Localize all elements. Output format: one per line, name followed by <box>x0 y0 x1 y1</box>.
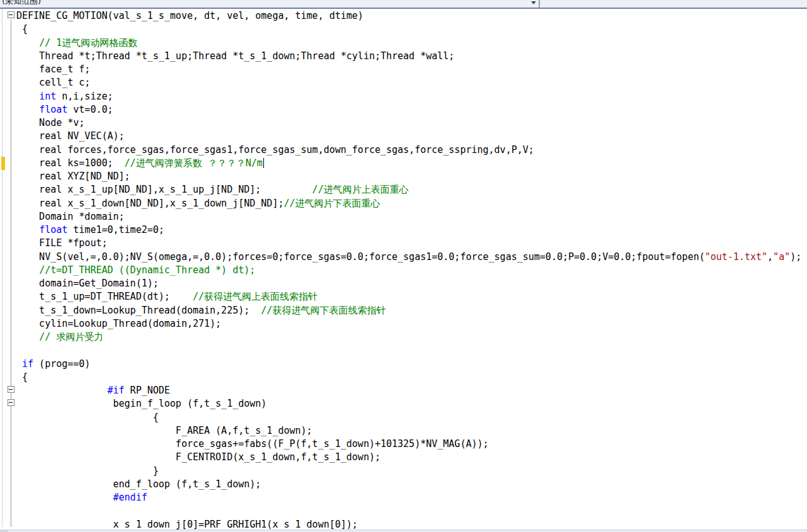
code-line[interactable]: begin_f_loop (f,t_s_1_down) <box>16 397 801 410</box>
code-text: x_s_1_down_j[0]=PRF_GRHIGH1(x_s_1_down[0… <box>16 519 358 530</box>
code-line[interactable]: FILE *fpout; <box>16 237 801 250</box>
code-line[interactable]: { <box>16 23 801 36</box>
code-comment: //进气阀片上表面重心 <box>312 184 409 195</box>
code-keyword: float <box>39 104 67 115</box>
code-line[interactable]: face_t f; <box>16 63 801 76</box>
code-text: real forces,force_sgas,force_sgas1,force… <box>16 144 534 156</box>
code-line[interactable] <box>16 504 801 518</box>
code-line[interactable]: Node *v; <box>16 116 801 130</box>
code-text: t_s_1_down=Lookup_Thread(domain,225); <box>16 305 261 316</box>
code-text <box>16 331 39 342</box>
change-tracking-bar <box>1 157 5 170</box>
code-text: real XYZ[ND_ND]; <box>16 171 130 182</box>
code-text <box>16 385 108 396</box>
code-text: time1=0,time2=0; <box>67 224 164 235</box>
code-text: F_CENTROID(x_s_1_down,f,t_s_1_down); <box>16 451 381 463</box>
indicator-margin-line <box>2 9 3 527</box>
code-line[interactable]: // 求阀片受力 <box>16 331 801 344</box>
code-text: DEFINE_CG_MOTION(val_s_1_s_move, dt, vel… <box>16 10 363 21</box>
code-text: vt=0.0; <box>67 104 113 115</box>
code-keyword: float <box>39 224 67 235</box>
fold-collapse-box[interactable] <box>8 386 14 393</box>
code-comment: // 1进气阀动网格函数 <box>39 37 137 48</box>
code-line[interactable]: cell_t c; <box>16 76 801 89</box>
code-text: , <box>767 251 773 263</box>
code-line[interactable]: F_AREA (A,f,t_s_1_down); <box>16 424 801 438</box>
code-line[interactable]: real XYZ[ND_ND]; <box>16 170 801 183</box>
code-text: face_t f; <box>16 64 90 75</box>
fold-outline-line <box>11 20 11 527</box>
code-line[interactable]: real NV_VEC(A); <box>16 130 801 143</box>
code-comment: //t=DT_THREAD ((Dynamic_Thread *) dt); <box>39 264 255 276</box>
code-keyword: if <box>22 358 33 370</box>
code-line[interactable]: Domain *domain; <box>16 210 801 224</box>
code-text <box>16 104 39 115</box>
code-line[interactable] <box>16 344 801 357</box>
code-line[interactable]: domain=Get_Domain(1); <box>16 277 801 290</box>
code-line[interactable]: real x_s_1_up[ND_ND],x_s_1_up_j[ND_ND]; … <box>16 183 801 196</box>
code-line[interactable]: t_s_1_up=DT_THREAD(dt); //获得进气阀上表面线索指针 <box>16 290 801 303</box>
code-line[interactable]: float vt=0.0; <box>16 103 801 116</box>
code-text: } <box>16 465 159 477</box>
code-line[interactable]: real forces,force_sgas,force_sgas1,force… <box>16 144 801 157</box>
navigation-bar: (未知范围) <box>0 0 807 9</box>
code-line[interactable]: #endif <box>16 491 801 504</box>
code-line[interactable]: real ks=1000; //进气阀弹簧系数 ？？？？N/m <box>16 157 801 170</box>
code-line[interactable]: NV_S(vel,=,0.0);NV_S(omega,=,0.0);forces… <box>16 251 801 264</box>
code-text: Thread *t;Thread *t_s_1_up;Thread *t_s_1… <box>16 50 454 62</box>
code-comment: //进气阀片下表面重心 <box>283 198 380 209</box>
code-text <box>16 492 113 503</box>
code-text: { <box>16 371 28 383</box>
code-string: "out-1.txt" <box>705 251 767 263</box>
fold-collapse-box[interactable] <box>8 11 14 18</box>
code-text: real x_s_1_down[ND_ND],x_s_1_down_j[ND_N… <box>16 198 283 209</box>
code-text <box>16 264 39 276</box>
code-line[interactable]: t_s_1_down=Lookup_Thread(domain,225); //… <box>16 304 801 317</box>
code-editor[interactable]: DEFINE_CG_MOTION(val_s_1_s_move, dt, vel… <box>0 9 807 529</box>
code-text: cylin=Lookup_Thread(domain,271); <box>16 318 221 329</box>
scope-dropdown[interactable]: (未知范围) <box>2 0 41 7</box>
code-text: { <box>16 23 28 35</box>
code-comment: //获得进气阀下表面线索指针 <box>261 305 386 316</box>
code-text: ); <box>790 251 801 263</box>
code-comment: //进气阀弹簧系数 ？？？？N/m <box>125 157 263 169</box>
code-text: n,i,size; <box>56 91 113 102</box>
code-line[interactable]: F_CENTROID(x_s_1_down,f,t_s_1_down); <box>16 451 801 464</box>
code-text: end_f_loop (f,t_s_1_down); <box>16 478 261 490</box>
code-text: NV_S(vel,=,0.0);NV_S(omega,=,0.0);forces… <box>16 251 705 263</box>
chevron-down-icon[interactable] <box>531 1 536 4</box>
code-line[interactable]: #if RP_NODE <box>16 384 801 397</box>
code-line[interactable]: Thread *t;Thread *t_s_1_up;Thread *t_s_1… <box>16 50 801 63</box>
code-text: real x_s_1_up[ND_ND],x_s_1_up_j[ND_ND]; <box>16 184 312 195</box>
code-line[interactable]: { <box>16 371 801 384</box>
code-text <box>16 37 39 48</box>
horizontal-scrollbar[interactable] <box>0 529 807 532</box>
code-line[interactable]: real x_s_1_down[ND_ND],x_s_1_down_j[ND_N… <box>16 197 801 210</box>
code-line[interactable]: if (prog==0) <box>16 358 801 371</box>
code-line[interactable]: end_f_loop (f,t_s_1_down); <box>16 478 801 491</box>
code-line[interactable]: force_sgas+=fabs((F_P(f,t_s_1_down)+1013… <box>16 438 801 451</box>
code-keyword: int <box>39 91 56 102</box>
code-line[interactable]: DEFINE_CG_MOTION(val_s_1_s_move, dt, vel… <box>16 9 801 23</box>
code-string: "a" <box>773 251 790 263</box>
fold-collapse-box[interactable] <box>8 399 14 406</box>
code-line[interactable]: float time1=0,time2=0; <box>16 224 801 237</box>
scrollbar-corner <box>0 529 8 532</box>
code-line[interactable]: // 1进气阀动网格函数 <box>16 37 801 50</box>
code-text: real ks=1000; <box>16 157 125 169</box>
code-line[interactable]: { <box>16 411 801 424</box>
code-line[interactable]: int n,i,size; <box>16 90 801 103</box>
code-text <box>16 91 39 102</box>
code-text: (prog==0) <box>33 358 90 370</box>
code-text: force_sgas+=fabs((F_P(f,t_s_1_down)+1013… <box>16 438 489 450</box>
code-text: domain=Get_Domain(1); <box>16 278 159 289</box>
member-dropdown[interactable] <box>540 0 807 8</box>
code-text: FILE *fpout; <box>16 237 108 249</box>
code-line[interactable]: //t=DT_THREAD ((Dynamic_Thread *) dt); <box>16 264 801 277</box>
code-line[interactable]: cylin=Lookup_Thread(domain,271); <box>16 317 801 331</box>
code-text: cell_t c; <box>16 77 90 88</box>
code-line[interactable]: } <box>16 465 801 478</box>
code-area[interactable]: DEFINE_CG_MOTION(val_s_1_s_move, dt, vel… <box>16 9 801 531</box>
code-text: RP_NODE <box>125 385 170 396</box>
code-text: Domain *domain; <box>16 211 125 222</box>
